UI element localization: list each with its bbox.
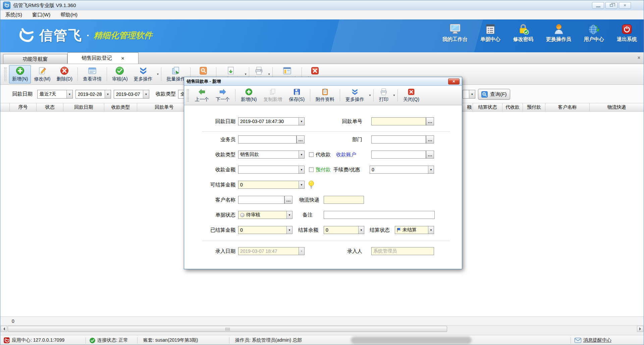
scroll-left-button[interactable] bbox=[1, 326, 7, 332]
dialog-close-button[interactable]: × bbox=[448, 78, 460, 84]
column-row-selector[interactable] bbox=[0, 103, 10, 111]
fee-combobox[interactable]: 0 ▼ bbox=[370, 166, 434, 174]
dialog-print-button[interactable]: 打印 ▼ bbox=[376, 87, 395, 104]
column-payment-type[interactable]: 收款类型 bbox=[104, 103, 137, 111]
column-customer[interactable]: 客户名称 bbox=[545, 103, 590, 111]
dialog-attachment-button[interactable]: 附件资料 bbox=[312, 87, 338, 104]
restore-button[interactable] bbox=[605, 2, 618, 9]
salesman-input[interactable] bbox=[238, 135, 297, 143]
receipt-no-input[interactable] bbox=[371, 117, 426, 125]
dialog-copy-add-button[interactable]: 复制新增 bbox=[260, 87, 285, 104]
horizontal-scrollbar[interactable] bbox=[0, 326, 644, 333]
nav-user-center[interactable]: 用户中心 bbox=[584, 24, 604, 43]
dropdown-caret-icon[interactable]: ▼ bbox=[299, 118, 304, 125]
date-range-combobox[interactable]: 最近7天 ▼ bbox=[37, 90, 73, 99]
prepaid-checkbox[interactable] bbox=[309, 167, 314, 172]
dropdown-caret-icon[interactable]: ▼ bbox=[428, 226, 434, 234]
dropdown-caret-icon[interactable]: ▼ bbox=[105, 90, 111, 98]
dialog-save-button[interactable]: 保存(S) bbox=[285, 87, 308, 104]
toolbar-audit-button[interactable]: 审核(A) bbox=[109, 65, 131, 83]
column-receipt-no[interactable]: 回款单号 bbox=[137, 103, 192, 111]
collection-checkbox[interactable] bbox=[309, 152, 314, 157]
doc-status-combobox[interactable]: 待审核 ▼ bbox=[238, 211, 292, 219]
nav-document-center[interactable]: 单据中心 bbox=[480, 24, 500, 43]
logistics-input[interactable] bbox=[324, 196, 364, 204]
truncated-combobox[interactable]: ▼ bbox=[463, 90, 475, 99]
dropdown-caret-icon[interactable]: ▼ bbox=[143, 90, 149, 98]
menu-system[interactable]: 系统(S) bbox=[0, 10, 27, 19]
query-button[interactable]: 查询(F) bbox=[478, 89, 510, 100]
date-to-combobox[interactable]: 2019-03-07 ▼ bbox=[114, 90, 149, 99]
dialog-next-button[interactable]: 下一个 bbox=[212, 87, 233, 104]
dialog-close-toolbar-button[interactable]: 关闭(Q) bbox=[400, 87, 423, 104]
nav-switch-operator[interactable]: 更换操作员 bbox=[546, 24, 571, 43]
payment-account-browse-button[interactable]: … bbox=[426, 151, 434, 159]
dialog-more-actions-button[interactable]: 更多操作 ▼ bbox=[342, 87, 371, 104]
customer-input[interactable] bbox=[238, 196, 284, 204]
dropdown-caret-icon[interactable]: ▼ bbox=[469, 90, 475, 98]
close-button[interactable]: × bbox=[619, 2, 631, 9]
column-collection[interactable]: 代收款 bbox=[502, 103, 523, 111]
tab-sales-payment[interactable]: 销售回款登记 × bbox=[67, 52, 139, 64]
column-seq[interactable]: 序号 bbox=[10, 103, 37, 111]
settle-status-combobox[interactable]: 未结算 ▼ bbox=[395, 226, 434, 234]
date-from-combobox[interactable]: 2019-02-28 ▼ bbox=[75, 90, 111, 99]
menu-window[interactable]: 窗口(W) bbox=[27, 10, 55, 19]
nav-exit-system[interactable]: 退出系统 bbox=[617, 24, 637, 43]
toolbar-more-actions-button[interactable]: 更多操作 ▼ bbox=[131, 65, 159, 83]
toolbar-delete-button[interactable]: 删除(D) bbox=[53, 65, 75, 83]
nav-change-password[interactable]: 修改密码 bbox=[513, 24, 533, 43]
department-input[interactable] bbox=[371, 135, 426, 143]
column-prepaid[interactable]: 预付款 bbox=[523, 103, 545, 111]
dialog-toolbar-separator bbox=[340, 89, 340, 102]
status-message-center[interactable]: 消息提醒中心 bbox=[575, 335, 611, 345]
dropdown-caret-icon[interactable]: ▼ bbox=[428, 166, 434, 173]
scroll-right-button[interactable] bbox=[637, 326, 643, 332]
customer-browse-button[interactable]: … bbox=[284, 196, 292, 204]
settleable-combobox[interactable]: 0 ▼ bbox=[238, 181, 305, 189]
dropdown-caret-icon[interactable]: ▼ bbox=[66, 90, 72, 98]
dropdown-caret-icon[interactable]: ▼ bbox=[299, 151, 304, 158]
menu-help[interactable]: 帮助(H) bbox=[55, 10, 83, 19]
dropdown-caret-icon[interactable]: ▼ bbox=[286, 211, 292, 219]
toolbar-edit-button[interactable]: 修改(M) bbox=[31, 65, 53, 83]
toolbar-view-detail-button[interactable]: 查看详情 bbox=[80, 65, 105, 83]
settled-combobox[interactable]: 0 ▼ bbox=[238, 226, 292, 234]
dropdown-caret-icon[interactable]: ▼ bbox=[157, 73, 159, 76]
column-status[interactable]: 状态 bbox=[37, 103, 63, 111]
dropdown-caret-icon[interactable]: ▼ bbox=[268, 73, 270, 76]
tab-close-icon[interactable]: × bbox=[121, 55, 124, 61]
receipt-no-browse-button[interactable]: … bbox=[426, 117, 434, 125]
tab-function-nav[interactable]: 功能导航窗 bbox=[3, 54, 67, 64]
dropdown-caret-icon[interactable]: ▼ bbox=[393, 94, 395, 97]
payment-date-combobox[interactable]: 2019-03-07 18:47:30 ▼ bbox=[238, 117, 305, 125]
titlebar: 信管飞RMS专业版 V9.1.360 × bbox=[0, 0, 644, 10]
balance-combobox[interactable]: 0 ▼ bbox=[324, 226, 364, 234]
payment-account-link[interactable]: 收款账户 bbox=[336, 151, 356, 159]
hint-bulb-icon[interactable] bbox=[308, 180, 314, 189]
tabbar-close-icon[interactable]: × bbox=[638, 55, 640, 60]
dropdown-caret-icon[interactable]: ▼ bbox=[299, 166, 304, 173]
dialog-prev-button[interactable]: 上一个 bbox=[192, 87, 212, 104]
payment-type-combobox[interactable]: 销售回款 ▼ bbox=[238, 151, 305, 159]
dropdown-caret-icon[interactable]: ▼ bbox=[358, 226, 364, 234]
dialog-add-button[interactable]: 新增(N) bbox=[237, 87, 260, 104]
payment-account-input[interactable] bbox=[371, 151, 426, 159]
dropdown-caret-icon[interactable]: ▼ bbox=[244, 73, 247, 76]
column-logistics[interactable]: 物流快递 bbox=[590, 103, 644, 111]
redacted-watermark bbox=[351, 337, 472, 344]
remark-input[interactable] bbox=[324, 211, 435, 219]
dropdown-caret-icon[interactable]: ▼ bbox=[299, 181, 304, 188]
column-payment-date[interactable]: 回款日期 bbox=[63, 103, 104, 111]
toolbar-add-button[interactable]: 新增(N) bbox=[9, 65, 31, 83]
dropdown-caret-icon[interactable]: ▼ bbox=[286, 226, 292, 234]
minimize-button[interactable] bbox=[592, 2, 604, 9]
nav-my-workbench[interactable]: 我的工作台 bbox=[442, 24, 468, 43]
amount-combobox[interactable]: ▼ bbox=[238, 166, 305, 174]
column-settle-status[interactable]: 结算状态 bbox=[473, 103, 502, 111]
department-browse-button[interactable]: … bbox=[426, 135, 434, 143]
scrollbar-thumb[interactable] bbox=[8, 326, 447, 332]
salesman-browse-button[interactable]: … bbox=[297, 135, 305, 143]
message-center-link[interactable]: 消息提醒中心 bbox=[583, 337, 611, 343]
dropdown-caret-icon[interactable]: ▼ bbox=[369, 94, 371, 97]
